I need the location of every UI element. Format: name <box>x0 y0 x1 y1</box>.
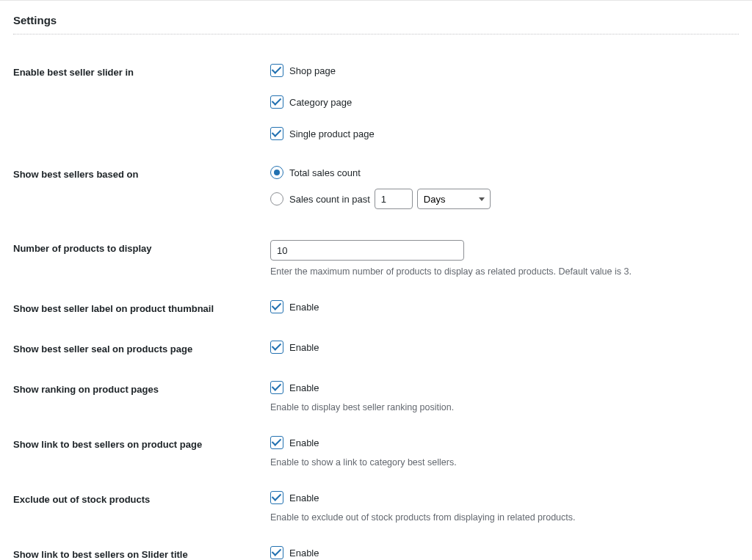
option-shop-page[interactable]: Shop page <box>270 64 336 77</box>
checkbox-link-product-label: Enable <box>289 437 319 448</box>
option-exclude-oos[interactable]: Enable <box>270 491 319 504</box>
checkbox-shop-page[interactable] <box>270 64 283 77</box>
option-label-thumb[interactable]: Enable <box>270 300 319 313</box>
label-link-slider-title: Show link to best sellers on Slider titl… <box>13 534 270 560</box>
option-single-product-page[interactable]: Single product page <box>270 127 375 140</box>
checkbox-ranking-label: Enable <box>289 382 319 393</box>
option-link-product[interactable]: Enable <box>270 436 319 449</box>
checkbox-exclude-oos-label: Enable <box>289 492 319 503</box>
label-link-product: Show link to best sellers on product pag… <box>13 424 270 479</box>
checkbox-exclude-oos[interactable] <box>270 491 283 504</box>
label-ranking: Show ranking on product pages <box>13 369 270 424</box>
select-past-unit[interactable]: Days <box>417 189 491 209</box>
radio-sales-past-label: Sales count in past <box>289 194 370 205</box>
option-ranking[interactable]: Enable <box>270 381 319 394</box>
option-link-slider-title[interactable]: Enable <box>270 546 319 559</box>
checkbox-ranking[interactable] <box>270 381 283 394</box>
divider <box>13 34 739 34</box>
checkbox-single-product-page[interactable] <box>270 127 283 140</box>
checkbox-seal[interactable] <box>270 341 283 354</box>
checkbox-shop-page-label: Shop page <box>289 65 336 76</box>
label-enable-slider-in: Enable best seller slider in <box>13 52 270 154</box>
checkbox-category-page-label: Category page <box>289 97 352 108</box>
input-past-number[interactable] <box>375 189 413 209</box>
radio-total-sales-label: Total sales count <box>289 167 361 178</box>
label-seal: Show best seller seal on products page <box>13 329 270 369</box>
checkbox-single-product-page-label: Single product page <box>289 128 375 139</box>
checkbox-link-slider-title-label: Enable <box>289 548 319 559</box>
settings-heading: Settings <box>13 14 739 26</box>
checkbox-category-page[interactable] <box>270 95 283 109</box>
checkbox-seal-label: Enable <box>289 342 319 353</box>
radio-total-sales[interactable] <box>270 166 283 179</box>
radio-sales-past[interactable] <box>270 192 283 206</box>
checkbox-label-thumb-label: Enable <box>289 302 319 313</box>
desc-exclude-oos: Enable to exclude out of stock products … <box>270 512 731 523</box>
option-sales-past[interactable]: Sales count in past <box>270 192 370 206</box>
desc-ranking: Enable to display best seller ranking po… <box>270 402 731 412</box>
label-seller-label-thumb: Show best seller label on product thumbn… <box>13 288 270 329</box>
label-exclude-oos: Exclude out of stock products <box>13 479 270 534</box>
label-based-on: Show best sellers based on <box>13 154 270 228</box>
option-seal[interactable]: Enable <box>270 341 319 354</box>
option-total-sales[interactable]: Total sales count <box>270 166 361 179</box>
checkbox-link-product[interactable] <box>270 436 283 449</box>
input-num-products[interactable] <box>270 240 464 261</box>
desc-link-product: Enable to show a link to category best s… <box>270 457 731 468</box>
option-category-page[interactable]: Category page <box>270 95 352 109</box>
checkbox-label-thumb[interactable] <box>270 300 283 313</box>
checkbox-link-slider-title[interactable] <box>270 546 283 559</box>
settings-table: Enable best seller slider in Shop page C… <box>13 52 739 560</box>
label-num-products: Number of products to display <box>13 228 270 288</box>
desc-num-products: Enter the maximum number of products to … <box>270 266 731 277</box>
